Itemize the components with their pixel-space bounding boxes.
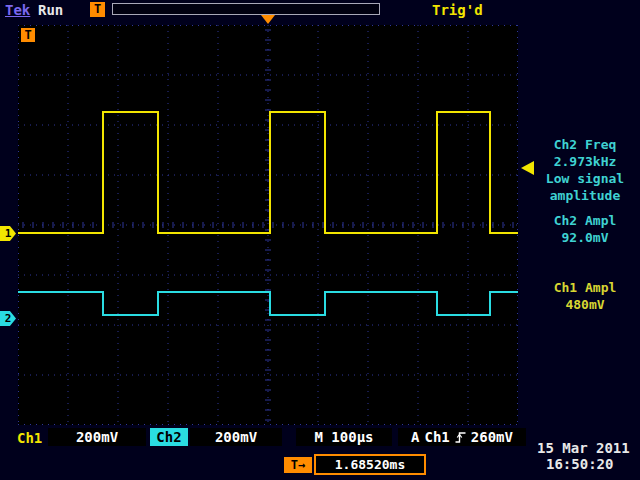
rising-edge-icon xyxy=(455,431,466,444)
timebase-readout: M 100µs xyxy=(296,428,392,446)
trigger-position-marker-icon xyxy=(261,15,275,24)
trigger-mode: A xyxy=(411,428,419,446)
low-signal-warning-line1: Low signal xyxy=(532,170,638,187)
ch2-ground-marker: 2 xyxy=(0,311,16,326)
ch2-ampl-value: 92.0mV xyxy=(532,229,638,246)
time-readout: 16:50:20 xyxy=(546,456,613,472)
trigger-position-value: 1.68520ms xyxy=(314,454,426,475)
ch2-scale-readout: 200mV xyxy=(190,428,282,446)
ch1-scale-readout: 200mV xyxy=(48,428,146,446)
ch2-ampl-readout: Ch2 Ampl 92.0mV xyxy=(532,212,638,246)
oscilloscope-screen: Tek Run T Trig'd T 1 2 Ch2 Freq 2.973kHz… xyxy=(0,0,640,480)
trigger-position-badge: T→ xyxy=(284,457,312,473)
ch1-label: Ch1 xyxy=(17,430,42,446)
ch1-ampl-value: 480mV xyxy=(532,296,638,313)
record-length-bar xyxy=(112,3,380,15)
trigger-level-readout: 260mV xyxy=(471,428,513,446)
low-signal-warning-line2: amplitude xyxy=(532,187,638,204)
trigger-time-badge: T xyxy=(21,28,35,42)
ch2-freq-value: 2.973kHz xyxy=(532,153,638,170)
graticule-svg xyxy=(18,25,518,425)
graticule: T xyxy=(18,25,518,425)
ch1-ampl-readout: Ch1 Ampl 480mV xyxy=(532,279,638,313)
ch1-ampl-label: Ch1 Ampl xyxy=(532,279,638,296)
trigger-readout: A Ch1 260mV xyxy=(398,428,526,446)
ch2-freq-readout: Ch2 Freq 2.973kHz Low signal amplitude xyxy=(532,136,638,204)
trigger-t-badge: T xyxy=(90,2,105,17)
ch1-ground-marker: 1 xyxy=(0,226,16,241)
date-readout: 15 Mar 2011 xyxy=(537,440,630,456)
ch2-ampl-label: Ch2 Ampl xyxy=(532,212,638,229)
tek-logo: Tek xyxy=(5,2,30,18)
ch2-label-selected: Ch2 xyxy=(150,428,188,446)
ch2-freq-label: Ch2 Freq xyxy=(532,136,638,153)
acquisition-status: Run xyxy=(38,2,63,18)
trigger-source: Ch1 xyxy=(424,428,449,446)
trigger-status: Trig'd xyxy=(432,2,483,18)
